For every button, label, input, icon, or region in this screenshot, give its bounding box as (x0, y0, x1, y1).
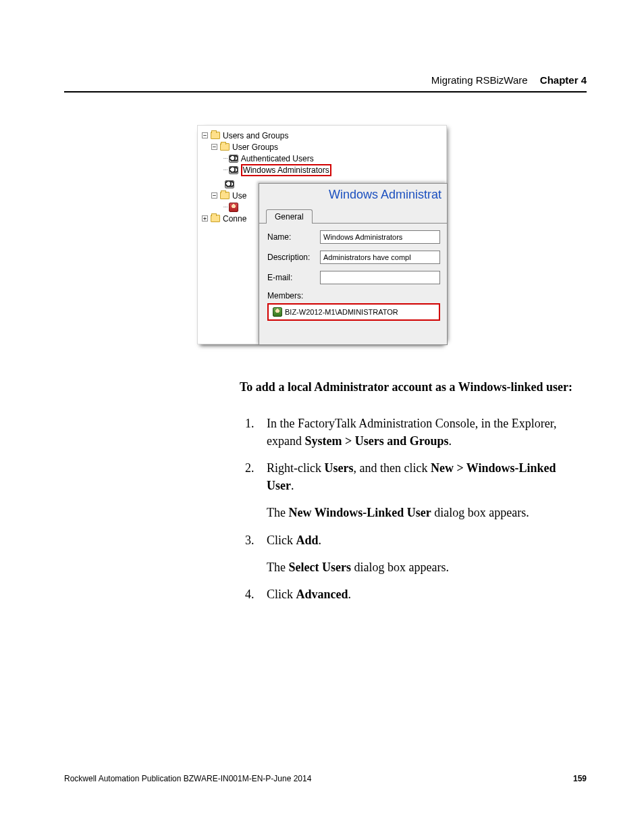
group-icon (229, 166, 238, 174)
tree-connector: ┈ (223, 165, 227, 174)
header-title: Migrating RSBizWare (431, 74, 528, 86)
email-input[interactable] (320, 271, 440, 284)
procedure-list: 1. In the FactoryTalk Administration Con… (240, 415, 580, 603)
tab-general[interactable]: General (266, 209, 313, 224)
user-icon (229, 203, 238, 212)
step-2: 2. Right-click Users, and then click New… (240, 459, 580, 521)
step-1: 1. In the FactoryTalk Administration Con… (240, 415, 580, 450)
members-list[interactable]: BIZ-W2012-M1\ADMINISTRATOR (267, 303, 440, 321)
tree-label-selected: Windows Administrators (241, 164, 331, 176)
header-rule (64, 91, 587, 93)
step-3: 3. Click Add. The Select Users dialog bo… (240, 531, 580, 576)
field-description: Description: Administrators have compl (267, 251, 440, 264)
field-email: E-mail: (267, 271, 440, 284)
tree-connector: ┈ (223, 203, 227, 211)
expand-icon[interactable]: + (202, 215, 208, 221)
page-footer: Rockwell Automation Publication BZWARE-I… (64, 774, 587, 783)
procedure-heading: To add a local Administrator account as … (240, 378, 580, 396)
page-number: 159 (573, 774, 587, 783)
folder-icon (220, 192, 230, 199)
tree-item-users-and-groups[interactable]: − Users and Groups (202, 130, 331, 141)
tree-item-windows-administrators[interactable]: ┈ Windows Administrators (223, 164, 331, 176)
tree-connector: ┈ (223, 154, 227, 163)
page: Migrating RSBizWare Chapter 4 − Users an… (0, 0, 644, 834)
panel-title: Windows Administrat (259, 184, 447, 209)
group-icon (229, 155, 238, 163)
tab-body: Name: Windows Administrators Description… (259, 223, 447, 326)
field-name: Name: Windows Administrators (267, 230, 440, 244)
header-text: Migrating RSBizWare Chapter 4 (64, 74, 587, 86)
collapse-icon[interactable]: − (211, 144, 217, 150)
tree-label: Use (232, 191, 246, 201)
step-4: 4. Click Advanced. (240, 585, 580, 603)
folder-icon (211, 132, 220, 139)
name-label: Name: (267, 232, 320, 242)
name-input[interactable]: Windows Administrators (320, 230, 440, 244)
properties-panel: Windows Administrat General Name: Window… (259, 183, 448, 345)
body-content: To add a local Administrator account as … (240, 378, 580, 613)
members-label: Members: (267, 291, 440, 301)
tree-label: User Groups (232, 142, 278, 152)
description-input[interactable]: Administrators have compl (320, 251, 440, 264)
member-entry: BIZ-W2012-M1\ADMINISTRATOR (285, 308, 398, 316)
collapse-icon[interactable]: − (202, 132, 208, 138)
email-label: E-mail: (267, 273, 320, 282)
tree-label: Users and Groups (223, 131, 288, 140)
tree-item-user-groups[interactable]: − User Groups (211, 141, 331, 153)
page-header: Migrating RSBizWare Chapter 4 (64, 74, 587, 93)
folder-icon (220, 143, 230, 151)
collapse-icon[interactable]: − (211, 192, 217, 199)
group-icon (225, 180, 234, 188)
figure: − Users and Groups − User Groups ┈ Authe… (197, 125, 447, 344)
tree-label: Conne (223, 214, 246, 224)
description-label: Description: (267, 253, 320, 262)
header-chapter: Chapter 4 (540, 74, 587, 86)
folder-icon (211, 215, 220, 222)
tree-item-authenticated-users[interactable]: ┈ Authenticated Users (223, 153, 331, 164)
publication-info: Rockwell Automation Publication BZWARE-I… (64, 774, 311, 783)
tree-label: Authenticated Users (241, 154, 314, 163)
user-icon (273, 307, 282, 317)
